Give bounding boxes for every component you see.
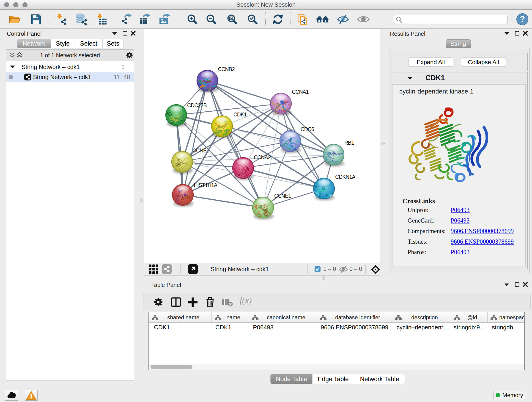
svg-text:CDC6: CDC6 [301,126,314,132]
svg-text:CCNE1: CCNE1 [274,193,291,199]
svg-text:?: ? [520,14,525,24]
svg-text:CCNB1: CCNB1 [192,148,209,153]
svg-text:HIST1H1A: HIST1H1A [194,182,218,188]
svg-text:CDK1: CDK1 [234,112,247,118]
svg-text:CCNA2: CCNA2 [254,154,271,160]
svg-text:CDC25B: CDC25B [187,102,207,108]
svg-text:CCNB2: CCNB2 [218,66,234,72]
svg-text:CDKN1A: CDKN1A [335,174,355,180]
svg-text:CCNA1: CCNA1 [292,89,309,95]
svg-text:RB1: RB1 [344,140,354,146]
